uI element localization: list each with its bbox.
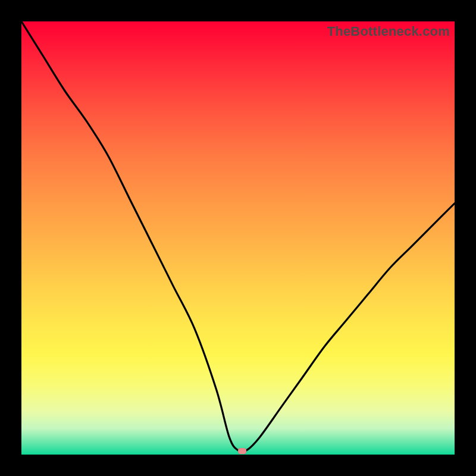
plot-area: TheBottleneck.com <box>21 21 455 455</box>
bottleneck-curve <box>21 21 455 455</box>
chart-frame: TheBottleneck.com <box>0 0 476 476</box>
optimal-point-marker <box>238 448 246 454</box>
